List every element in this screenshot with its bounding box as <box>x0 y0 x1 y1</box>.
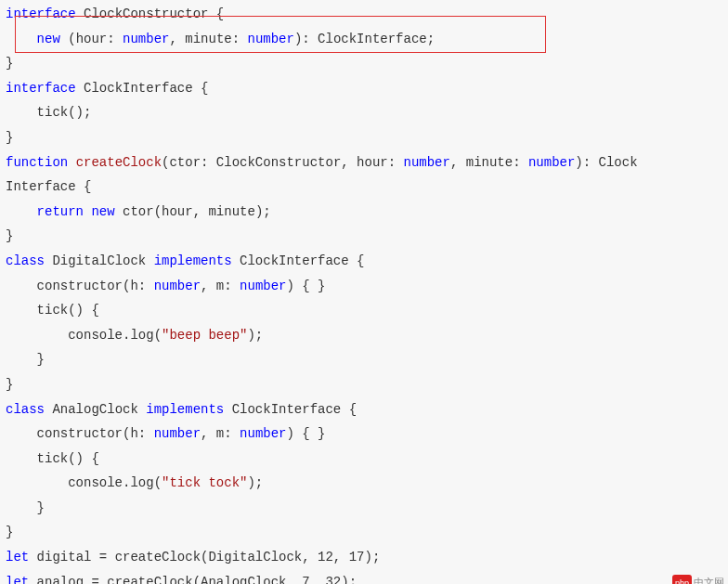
type-keyword: number <box>240 426 286 441</box>
code-text: (hour: <box>60 32 123 46</box>
code-text: ClockInterface { <box>232 253 365 268</box>
code-text: ); <box>247 328 263 343</box>
code-text: ) { } <box>287 279 326 293</box>
code-text: ClockConstructor { <box>76 6 225 21</box>
code-line: } <box>6 496 722 521</box>
indent <box>6 32 37 46</box>
function-name: createClock <box>76 155 162 170</box>
code-text: ClockInterface { <box>76 81 209 96</box>
code-text: ): Clock <box>575 155 637 170</box>
code-line: } <box>6 520 722 545</box>
keyword: class <box>6 253 45 268</box>
code-text: ); <box>247 475 263 490</box>
code-line: function createClock(ctor: ClockConstruc… <box>6 150 722 175</box>
type-keyword: number <box>154 426 201 441</box>
code-text: console.log( <box>6 328 162 343</box>
code-text: ) { } <box>287 426 326 441</box>
code-line: tick() { <box>6 447 722 472</box>
code-line: } <box>6 125 722 150</box>
code-line: let analog = createClock(AnalogClock, 7,… <box>6 570 722 584</box>
keyword: interface <box>6 6 76 21</box>
code-text: (ctor: ClockConstructor, hour: <box>162 155 403 170</box>
code-text <box>68 155 75 170</box>
keyword: implements <box>154 253 232 268</box>
code-text: , minute: <box>450 155 528 170</box>
code-text: ClockInterface { <box>224 402 357 417</box>
code-text: DigitalClock <box>45 253 154 268</box>
code-line: return new ctor(hour, minute); <box>6 200 722 225</box>
keyword: interface <box>6 81 76 96</box>
code-line: } <box>6 51 722 76</box>
code-line: class DigitalClock implements ClockInter… <box>6 249 722 274</box>
type-keyword: number <box>404 155 450 170</box>
code-line: new (hour: number, minute: number): Cloc… <box>6 27 722 52</box>
type-keyword: number <box>240 279 286 293</box>
code-line: class AnalogClock implements ClockInterf… <box>6 397 722 422</box>
keyword: new <box>37 32 60 46</box>
code-text: constructor(h: <box>6 279 154 293</box>
code-text: ): ClockInterface; <box>294 32 435 46</box>
keyword: let <box>6 550 29 565</box>
keyword: return <box>37 204 84 219</box>
string-literal: "beep beep" <box>162 328 247 343</box>
string-literal: "tick tock" <box>162 475 247 490</box>
code-text: , m: <box>201 426 240 441</box>
keyword: implements <box>146 402 224 417</box>
code-line: let digital = createClock(DigitalClock, … <box>6 545 722 570</box>
code-text: , minute: <box>169 32 247 46</box>
indent <box>6 204 37 219</box>
code-line: console.log("beep beep"); <box>6 323 722 348</box>
watermark-text: 中文网 <box>694 577 724 584</box>
code-text: console.log( <box>6 475 162 490</box>
type-keyword: number <box>247 32 293 46</box>
type-keyword: number <box>154 279 201 293</box>
code-line: interface ClockConstructor { <box>6 2 722 27</box>
code-text: digital = createClock(DigitalClock, 12, … <box>29 550 380 565</box>
keyword: new <box>91 204 114 219</box>
code-line: interface ClockInterface { <box>6 76 722 101</box>
code-text: , m: <box>201 279 240 293</box>
code-line: Interface { <box>6 175 722 200</box>
code-text: AnalogClock <box>45 402 146 417</box>
code-text: ctor(hour, minute); <box>115 204 271 219</box>
code-line: } <box>6 372 722 397</box>
code-line: console.log("tick tock"); <box>6 471 722 496</box>
type-keyword: number <box>123 32 169 46</box>
code-text: analog = createClock(AnalogClock, 7, 32)… <box>29 575 357 584</box>
code-line: constructor(h: number, m: number) { } <box>6 274 722 299</box>
code-line: constructor(h: number, m: number) { } <box>6 422 722 447</box>
code-text: constructor(h: <box>6 426 154 441</box>
keyword: function <box>6 155 68 170</box>
code-line: tick(); <box>6 100 722 125</box>
type-keyword: number <box>528 155 575 170</box>
code-line: } <box>6 347 722 372</box>
code-block: interface ClockConstructor { new (hour: … <box>0 0 728 584</box>
watermark: php中文网 <box>672 573 724 584</box>
keyword: class <box>6 402 45 417</box>
code-line: tick() { <box>6 298 722 323</box>
watermark-logo-icon: php <box>672 575 692 584</box>
code-line: } <box>6 224 722 249</box>
keyword: let <box>6 575 29 584</box>
